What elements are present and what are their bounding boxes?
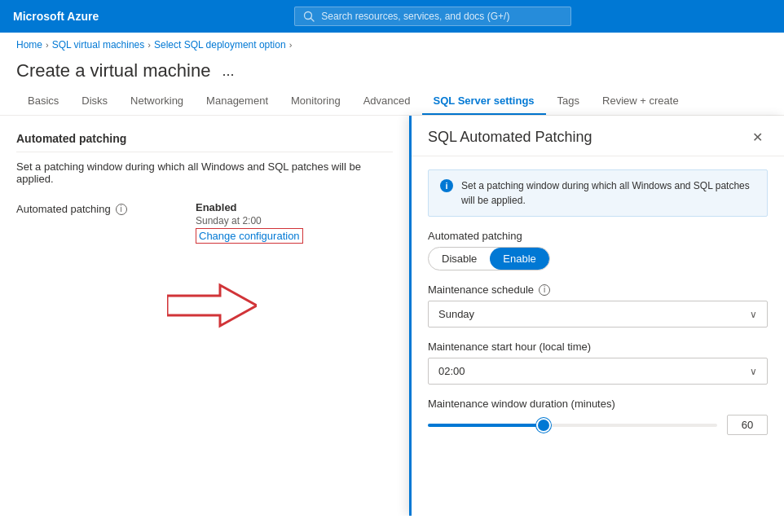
slider-fill xyxy=(428,424,544,427)
dropdown-arrow-icon: ∨ xyxy=(750,309,757,320)
info-icon[interactable]: i xyxy=(116,204,127,215)
page-title-row: Create a virtual machine ... xyxy=(0,57,784,81)
form-label-text: Automated patching xyxy=(16,203,111,215)
breadcrumb-home[interactable]: Home xyxy=(16,39,42,51)
start-hour-value: 02:00 xyxy=(438,365,465,377)
search-icon xyxy=(303,11,315,22)
start-hour-dropdown[interactable]: 02:00 ∨ xyxy=(428,358,768,385)
section-title: Automated patching xyxy=(16,132,393,145)
close-button[interactable]: ✕ xyxy=(747,130,768,146)
svg-marker-2 xyxy=(167,285,257,326)
search-placeholder: Search resources, services, and docs (G+… xyxy=(321,11,509,22)
tab-monitoring[interactable]: Monitoring xyxy=(280,88,352,115)
chevron-icon: › xyxy=(46,40,49,50)
change-configuration-link[interactable]: Change configuration xyxy=(196,228,303,244)
tab-tags[interactable]: Tags xyxy=(546,88,591,115)
arrow-container xyxy=(163,248,261,330)
chevron-icon-3: › xyxy=(289,40,293,50)
ellipsis-button[interactable]: ... xyxy=(218,61,237,81)
duration-field-group: Maintenance window duration (minutes) 60 xyxy=(428,398,768,435)
brand-logo: Microsoft Azure xyxy=(13,10,99,23)
tab-advanced[interactable]: Advanced xyxy=(352,88,422,115)
main-content: Automated patching Set a patching window… xyxy=(0,116,784,516)
search-bar[interactable]: Search resources, services, and docs (G+… xyxy=(294,7,571,26)
breadcrumb-sql-vms[interactable]: SQL virtual machines xyxy=(52,39,145,51)
slider-thumb[interactable] xyxy=(538,420,549,431)
arrow-right-icon xyxy=(167,281,257,330)
toggle-group: Disable Enable xyxy=(428,247,550,270)
panel-header: SQL Automated Patching ✕ xyxy=(412,116,784,156)
form-row-patching: Automated patching i Enabled Sunday at 2… xyxy=(16,201,393,244)
form-value-col: Enabled Sunday at 2:00 Change configurat… xyxy=(196,201,303,244)
schedule-info-icon[interactable]: i xyxy=(539,284,550,296)
panel-title: SQL Automated Patching xyxy=(428,129,592,146)
slider-row: 60 xyxy=(428,415,768,435)
panel-body: i Set a patching window during which all… xyxy=(412,156,784,448)
chevron-icon-2: › xyxy=(148,40,151,50)
dropdown-arrow-icon-2: ∨ xyxy=(750,366,757,377)
schedule-label: Maintenance schedule xyxy=(428,284,534,296)
patching-toggle-group: Automated patching Disable Enable xyxy=(428,230,768,270)
value-enabled: Enabled xyxy=(196,201,303,213)
right-panel: SQL Automated Patching ✕ i Set a patchin… xyxy=(409,116,784,516)
schedule-dropdown[interactable]: Sunday ∨ xyxy=(428,301,768,328)
tab-nav: Basics Disks Networking Management Monit… xyxy=(0,81,784,116)
breadcrumb-select-option[interactable]: Select SQL deployment option xyxy=(154,39,286,51)
breadcrumb: Home › SQL virtual machines › Select SQL… xyxy=(0,33,784,57)
slider-track xyxy=(428,424,717,427)
section-desc: Set a patching window during which all W… xyxy=(16,160,393,185)
form-label: Automated patching i xyxy=(16,201,147,215)
toggle-label: Automated patching xyxy=(428,230,768,242)
tab-review-create[interactable]: Review + create xyxy=(591,88,690,115)
tab-networking[interactable]: Networking xyxy=(119,88,195,115)
tab-management[interactable]: Management xyxy=(195,88,280,115)
start-hour-field-group: Maintenance start hour (local time) 02:0… xyxy=(428,341,768,385)
schedule-field-group: Maintenance schedule i Sunday ∨ xyxy=(428,284,768,328)
info-box: i Set a patching window during which all… xyxy=(428,169,768,217)
slider-value-box[interactable]: 60 xyxy=(727,415,768,435)
start-hour-label: Maintenance start hour (local time) xyxy=(428,341,768,353)
schedule-value: Sunday xyxy=(438,308,474,320)
tab-disks[interactable]: Disks xyxy=(70,88,119,115)
svg-line-1 xyxy=(311,19,315,22)
disable-button[interactable]: Disable xyxy=(429,248,490,270)
duration-label: Maintenance window duration (minutes) xyxy=(428,398,768,410)
info-box-icon: i xyxy=(440,179,453,192)
top-bar: Microsoft Azure Search resources, servic… xyxy=(0,0,784,33)
page-title: Create a virtual machine xyxy=(16,60,210,81)
tab-basics[interactable]: Basics xyxy=(16,88,70,115)
enable-button[interactable]: Enable xyxy=(490,248,548,270)
value-subtitle: Sunday at 2:00 xyxy=(196,215,303,226)
left-panel: Automated patching Set a patching window… xyxy=(0,116,409,516)
tab-sql-server-settings[interactable]: SQL Server settings xyxy=(422,88,546,115)
info-box-text: Set a patching window during which all W… xyxy=(461,178,755,208)
